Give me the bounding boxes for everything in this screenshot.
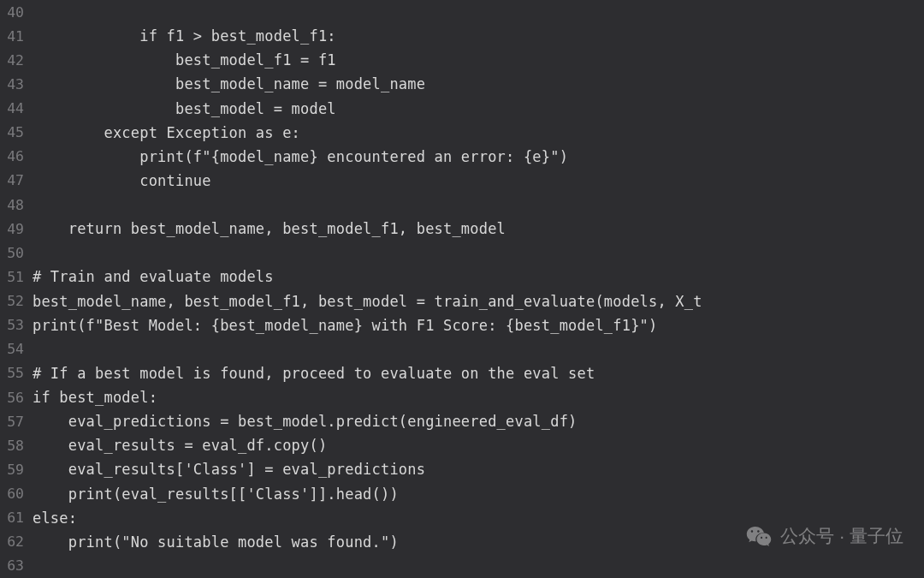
watermark: 公众号 · 量子位 [746,523,903,549]
line-number: 61 [0,509,33,526]
line-number: 63 [0,557,33,574]
line-number: 54 [0,341,33,357]
code-line[interactable]: 48 [0,193,924,217]
line-number: 56 [0,390,33,406]
line-number: 53 [0,317,33,333]
code-text: # Train and evaluate models [33,268,274,285]
code-text: return best_model_name, best_model_f1, b… [33,220,506,237]
code-text: eval_results = eval_df.copy() [33,437,327,454]
code-text: best_model = model [33,100,336,117]
code-line[interactable]: 47 continue [0,169,924,193]
line-number: 59 [0,462,33,478]
code-line[interactable]: 43 best_model_name = model_name [0,72,924,96]
line-number: 52 [0,293,33,309]
code-text: if best_model: [33,389,157,406]
line-number: 48 [0,197,33,213]
code-line[interactable]: 63 [0,554,924,578]
code-text: best_model_f1 = f1 [33,51,336,69]
code-line[interactable]: 49 return best_model_name, best_model_f1… [0,217,924,241]
line-number: 62 [0,533,33,550]
line-number: 49 [0,221,33,237]
code-text: if f1 > best_model_f1: [33,27,336,45]
code-line[interactable]: 46 print(f"{model_name} encountered an e… [0,145,924,169]
code-text: best_model_name = model_name [33,75,425,92]
code-line[interactable]: 42 best_model_f1 = f1 [0,48,924,72]
code-line[interactable]: 56 if best_model: [0,385,924,409]
code-editor[interactable]: 40 41 if f1 > best_model_f1: 42 best_mod… [0,0,924,578]
line-number: 43 [0,76,33,92]
line-number: 46 [0,148,33,164]
code-text: # If a best model is found, proceed to e… [33,365,595,382]
line-number: 44 [0,100,33,116]
code-line[interactable]: 45 except Exception as e: [0,121,924,145]
code-text: except Exception as e: [33,124,300,141]
line-number: 40 [0,4,33,21]
line-number: 50 [0,245,33,261]
code-line[interactable]: 53 print(f"Best Model: {best_model_name}… [0,313,924,337]
code-line[interactable]: 44 best_model = model [0,97,924,121]
line-number: 55 [0,365,33,381]
code-text: print("No suitable model was found.") [33,533,399,551]
code-text: continue [33,172,211,189]
code-line[interactable]: 51 # Train and evaluate models [0,265,924,289]
code-line[interactable]: 40 [0,0,924,24]
line-number: 60 [0,486,33,502]
code-text: eval_results['Class'] = eval_predictions [33,461,425,478]
watermark-label: 公众号 · 量子位 [780,524,903,548]
code-line[interactable]: 52 best_model_name, best_model_f1, best_… [0,289,924,313]
line-number: 41 [0,28,33,45]
code-line[interactable]: 60 print(eval_results[['Class']].head()) [0,482,924,506]
code-text: print(f"{model_name} encountered an erro… [33,148,568,165]
code-line[interactable]: 41 if f1 > best_model_f1: [0,24,924,48]
line-number: 57 [0,414,33,430]
code-line[interactable]: 50 [0,241,924,265]
code-text: print(f"Best Model: {best_model_name} wi… [33,317,657,334]
line-number: 45 [0,124,33,140]
line-number: 51 [0,269,33,285]
code-line[interactable]: 59 eval_results['Class'] = eval_predicti… [0,457,924,481]
code-line[interactable]: 54 [0,337,924,361]
line-number: 42 [0,52,33,69]
code-line[interactable]: 58 eval_results = eval_df.copy() [0,433,924,457]
wechat-icon [746,523,772,549]
code-text: print(eval_results[['Class']].head()) [33,486,399,503]
code-line[interactable]: 57 eval_predictions = best_model.predict… [0,409,924,433]
code-text: best_model_name, best_model_f1, best_mod… [33,293,702,310]
code-text: eval_predictions = best_model.predict(en… [33,413,578,430]
line-number: 58 [0,438,33,454]
code-line[interactable]: 55 # If a best model is found, proceed t… [0,361,924,385]
code-text: else: [33,509,77,527]
line-number: 47 [0,172,33,188]
